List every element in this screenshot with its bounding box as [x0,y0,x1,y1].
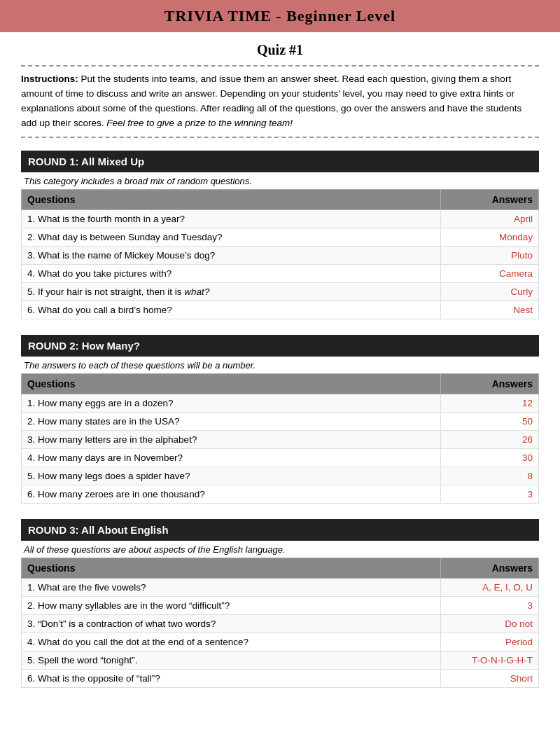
round-header-1: ROUND 1: All Mixed Up [21,151,539,172]
instructions-italic: Feel free to give a prize to the winning… [106,118,293,128]
question-cell-3-3: 3. “Don’t” is a contraction of what two … [22,614,441,633]
answer-cell-3-5: T-O-N-I-G-H-T [441,651,539,669]
table-row: 2. What day is between Sunday and Tuesda… [22,228,539,246]
instructions-box: Instructions: Put the students into team… [21,65,539,138]
question-cell-1-1: 1. What is the fourth month in a year? [22,209,441,228]
answer-cell-3-4: Period [441,633,539,651]
table-row: 1. What is the fourth month in a year?Ap… [22,209,539,228]
question-cell-3-5: 5. Spell the word “tonight”. [22,651,441,669]
col-header-answers: Answers [441,558,539,578]
question-cell-1-3: 3. What is the name of Mickey Mouse’s do… [22,246,441,264]
answer-cell-2-2: 50 [441,412,539,430]
question-cell-1-4: 4. What do you take pictures with? [22,264,441,282]
question-cell-3-1: 1. What are the five vowels? [22,578,441,596]
question-cell-1-5: 5. If your hair is not straight, then it… [22,282,441,301]
question-cell-3-6: 6. What is the opposite of “tall”? [22,669,441,687]
col-header-answers: Answers [441,373,539,394]
question-cell-2-1: 1. How many eggs are in a dozen? [22,394,441,412]
table-row: 5. How many legs does a spider have?8 [22,467,539,485]
table-row: 4. What do you take pictures with?Camera [22,264,539,282]
title-bar: TRIVIA TIME - Beginner Level [0,0,560,32]
page: TRIVIA TIME - Beginner Level Quiz #1 Ins… [0,0,560,739]
round-table-1: QuestionsAnswers1. What is the fourth mo… [21,189,539,319]
table-row: 4. What do you call the dot at the end o… [22,633,539,651]
round-section-2: ROUND 2: How Many?The answers to each of… [21,335,539,504]
table-row: 5. Spell the word “tonight”.T-O-N-I-G-H-… [22,651,539,669]
answer-cell-1-1: April [441,209,539,228]
col-header-questions: Questions [22,558,441,578]
round-subtitle-3: All of these questions are about aspects… [21,541,539,558]
table-row: 1. How many eggs are in a dozen?12 [22,394,539,412]
table-row: 6. What is the opposite of “tall”?Short [22,669,539,687]
round-subtitle-2: The answers to each of these questions w… [21,357,539,373]
question-cell-2-6: 6. How many zeroes are in one thousand? [22,485,441,503]
answer-cell-3-3: Do not [441,614,539,633]
round-table-3: QuestionsAnswers1. What are the five vow… [21,558,539,688]
question-cell-2-4: 4. How many days are in November? [22,448,441,467]
question-cell-1-6: 6. What do you call a bird’s home? [22,301,441,319]
answer-cell-1-5: Curly [441,282,539,301]
answer-cell-1-6: Nest [441,301,539,319]
answer-cell-3-1: A, E, I, O, U [441,578,539,596]
round-table-2: QuestionsAnswers1. How many eggs are in … [21,373,539,504]
instructions-label: Instructions: [21,74,78,84]
rounds-container: ROUND 1: All Mixed UpThis category inclu… [21,151,539,688]
round-section-1: ROUND 1: All Mixed UpThis category inclu… [21,151,539,319]
table-row: 3. “Don’t” is a contraction of what two … [22,614,539,633]
round-header-3: ROUND 3: All About English [21,519,539,541]
answer-cell-1-3: Pluto [441,246,539,264]
question-cell-2-2: 2. How many states are in the USA? [22,412,441,430]
table-row: 3. What is the name of Mickey Mouse’s do… [22,246,539,264]
table-row: 2. How many syllables are in the word “d… [22,596,539,614]
table-row: 3. How many letters are in the alphabet?… [22,430,539,448]
answer-cell-1-4: Camera [441,264,539,282]
answer-cell-2-3: 26 [441,430,539,448]
round-subtitle-1: This category includes a broad mix of ra… [21,172,539,189]
col-header-questions: Questions [22,373,441,394]
table-row: 5. If your hair is not straight, then it… [22,282,539,301]
col-header-answers: Answers [441,189,539,209]
table-row: 6. How many zeroes are in one thousand?3 [22,485,539,503]
table-row: 1. What are the five vowels?A, E, I, O, … [22,578,539,596]
main-title: TRIVIA TIME - Beginner Level [164,7,396,25]
table-row: 2. How many states are in the USA?50 [22,412,539,430]
answer-cell-3-2: 3 [441,596,539,614]
answer-cell-2-6: 3 [441,485,539,503]
question-cell-3-4: 4. What do you call the dot at the end o… [22,633,441,651]
quiz-number: Quiz #1 [21,32,539,65]
question-cell-2-3: 3. How many letters are in the alphabet? [22,430,441,448]
answer-cell-2-4: 30 [441,448,539,467]
answer-cell-2-1: 12 [441,394,539,412]
round-header-2: ROUND 2: How Many? [21,335,539,357]
question-cell-2-5: 5. How many legs does a spider have? [22,467,441,485]
table-row: 4. How many days are in November?30 [22,448,539,467]
question-cell-3-2: 2. How many syllables are in the word “d… [22,596,441,614]
col-header-questions: Questions [22,189,441,209]
round-section-3: ROUND 3: All About EnglishAll of these q… [21,519,539,688]
table-row: 6. What do you call a bird’s home?Nest [22,301,539,319]
question-cell-1-2: 2. What day is between Sunday and Tuesda… [22,228,441,246]
answer-cell-3-6: Short [441,669,539,687]
answer-cell-1-2: Monday [441,228,539,246]
answer-cell-2-5: 8 [441,467,539,485]
